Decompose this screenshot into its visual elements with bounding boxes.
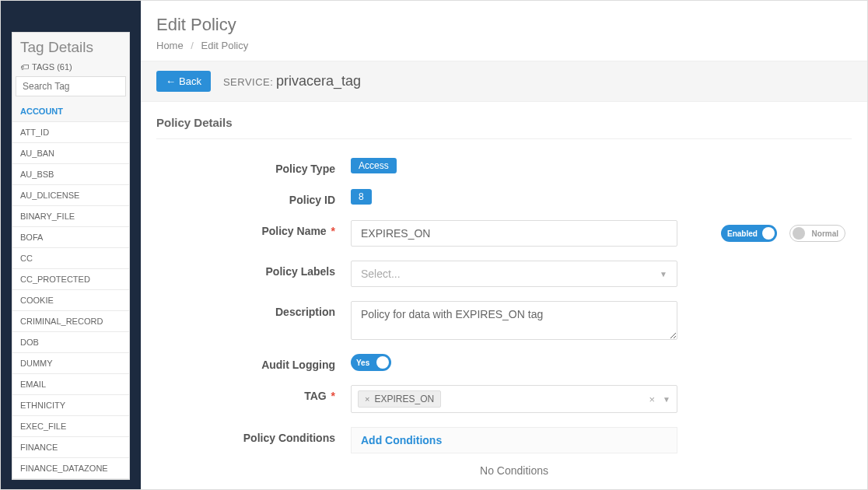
- page-title: Edit Policy: [156, 15, 852, 35]
- enabled-label: Enabled: [727, 229, 758, 238]
- chevron-down-icon[interactable]: ▼: [663, 395, 670, 404]
- sidebar-item-finance[interactable]: FINANCE: [12, 437, 129, 458]
- breadcrumb-current: Edit Policy: [201, 40, 249, 51]
- policy-labels-select[interactable]: Select... ▼: [351, 261, 677, 287]
- select-placeholder: Select...: [361, 268, 401, 280]
- sidebar-item-binary_file[interactable]: BINARY_FILE: [12, 206, 129, 227]
- sidebar-panel: Tag Details 🏷 TAGS (61) ACCOUNTATT_IDAU_…: [12, 32, 130, 480]
- sidebar-subtitle: 🏷 TAGS (61): [12, 61, 129, 76]
- sidebar-item-att_id[interactable]: ATT_ID: [12, 122, 129, 143]
- sidebar-item-ethnicity[interactable]: ETHNICITY: [12, 395, 129, 416]
- sidebar-item-bofa[interactable]: BOFA: [12, 227, 129, 248]
- required-icon: *: [328, 225, 335, 237]
- tag-list: ACCOUNTATT_IDAU_BANAU_BSBAU_DLICENSEBINA…: [12, 101, 129, 479]
- service-bar: ← Back SERVICE: privacera_tag: [141, 61, 867, 102]
- service-info: SERVICE: privacera_tag: [223, 73, 361, 89]
- main: Edit Policy Home / Edit Policy ← Back SE…: [141, 1, 867, 489]
- sidebar-item-exec_file[interactable]: EXEC_FILE: [12, 416, 129, 437]
- label-policy-labels: Policy Labels: [156, 261, 351, 278]
- arrow-left-icon: ←: [166, 75, 176, 87]
- breadcrumb: Home / Edit Policy: [156, 40, 852, 51]
- sidebar-title: Tag Details: [12, 33, 129, 61]
- back-label: Back: [179, 75, 201, 87]
- header: Edit Policy Home / Edit Policy: [141, 1, 867, 61]
- service-label: SERVICE:: [223, 76, 273, 88]
- tags-icon: 🏷: [20, 62, 29, 72]
- back-button[interactable]: ← Back: [156, 71, 211, 92]
- tag-chip: × EXPIRES_ON: [358, 390, 441, 408]
- sidebar-item-dummy[interactable]: DUMMY: [12, 353, 129, 374]
- label-tag: TAG *: [156, 385, 351, 402]
- enabled-toggle[interactable]: Enabled: [721, 225, 777, 242]
- search-wrap: [12, 76, 129, 101]
- sidebar-item-au_ban[interactable]: AU_BAN: [12, 143, 129, 164]
- sidebar-item-finance_datazone[interactable]: FINANCE_DATAZONE: [12, 458, 129, 479]
- sidebar: Tag Details 🏷 TAGS (61) ACCOUNTATT_IDAU_…: [1, 1, 141, 489]
- search-input[interactable]: [16, 76, 126, 96]
- label-policy-name: Policy Name *: [156, 220, 351, 237]
- normal-label: Normal: [812, 229, 838, 238]
- sidebar-item-dob[interactable]: DOB: [12, 332, 129, 353]
- required-icon: *: [328, 390, 335, 402]
- tag-chip-label: EXPIRES_ON: [374, 394, 434, 404]
- breadcrumb-sep: /: [191, 40, 194, 51]
- label-policy-conditions: Policy Conditions: [156, 427, 351, 444]
- remove-tag-icon[interactable]: ×: [365, 394, 369, 404]
- label-policy-type: Policy Type: [156, 158, 351, 175]
- policy-name-input[interactable]: [351, 220, 677, 247]
- label-policy-id: Policy ID: [156, 189, 351, 206]
- label-description: Description: [156, 301, 351, 318]
- sidebar-item-cc[interactable]: CC: [12, 248, 129, 269]
- label-audit-logging: Audit Logging: [156, 354, 351, 371]
- normal-toggle[interactable]: Normal: [789, 225, 845, 242]
- service-name: privacera_tag: [276, 73, 361, 89]
- breadcrumb-home[interactable]: Home: [156, 40, 184, 51]
- no-conditions-text: No Conditions: [351, 453, 677, 488]
- policy-type-badge: Access: [351, 158, 397, 173]
- sidebar-item-email[interactable]: EMAIL: [12, 374, 129, 395]
- sidebar-item-cc_protected[interactable]: CC_PROTECTED: [12, 269, 129, 290]
- toggle-knob: [793, 227, 805, 240]
- tag-select[interactable]: × EXPIRES_ON × ▼: [351, 385, 677, 413]
- section-title: Policy Details: [156, 116, 852, 139]
- tags-count: TAGS (61): [32, 62, 72, 72]
- audit-toggle[interactable]: Yes: [351, 354, 391, 371]
- audit-label: Yes: [356, 359, 369, 367]
- sidebar-item-au_bsb[interactable]: AU_BSB: [12, 164, 129, 185]
- sidebar-item-au_dlicense[interactable]: AU_DLICENSE: [12, 185, 129, 206]
- add-conditions-button[interactable]: Add Conditions: [361, 434, 442, 446]
- sidebar-item-account[interactable]: ACCOUNT: [12, 101, 129, 122]
- content: Policy Details Policy Type Access Policy…: [141, 102, 867, 489]
- toggle-knob: [762, 227, 775, 240]
- chevron-down-icon: ▼: [660, 270, 667, 278]
- sidebar-item-cookie[interactable]: COOKIE: [12, 290, 129, 311]
- description-input[interactable]: [351, 301, 677, 340]
- clear-icon[interactable]: ×: [649, 394, 656, 405]
- toggle-knob: [376, 356, 389, 369]
- sidebar-item-criminal_record[interactable]: CRIMINAL_RECORD: [12, 311, 129, 332]
- policy-id-badge: 8: [351, 189, 372, 205]
